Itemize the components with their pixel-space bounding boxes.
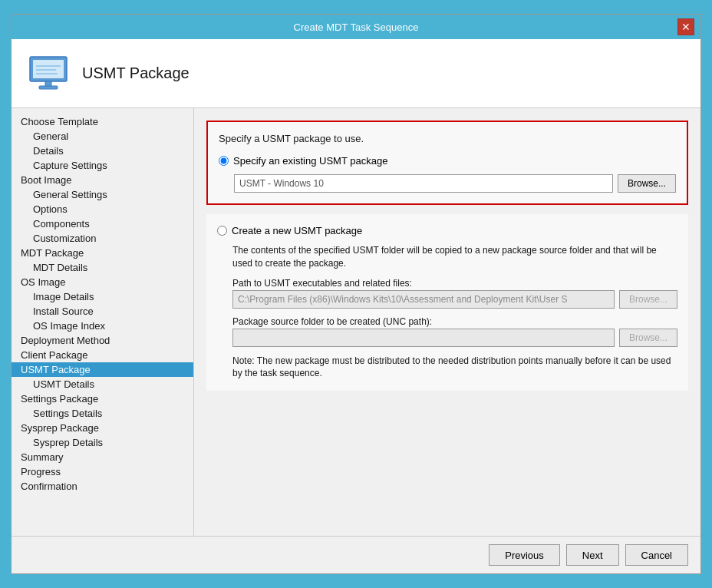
browse-source-button[interactable]: Browse... bbox=[619, 329, 677, 347]
sidebar-item-options[interactable]: Options bbox=[12, 202, 193, 216]
sidebar-item-progress[interactable]: Progress bbox=[12, 464, 193, 479]
sidebar-item-customization[interactable]: Customization bbox=[12, 231, 193, 246]
path-label: Path to USMT executables and related fil… bbox=[232, 278, 677, 289]
sidebar-item-client-package[interactable]: Client Package bbox=[12, 348, 193, 362]
main-window: Create MDT Task Sequence ✕ USMT Package bbox=[11, 14, 701, 574]
svg-rect-3 bbox=[39, 86, 58, 89]
sidebar-item-mdt-package[interactable]: MDT Package bbox=[12, 246, 193, 260]
radio-existing-row: Specify an existing USMT package bbox=[219, 155, 676, 167]
cancel-button[interactable]: Cancel bbox=[625, 544, 688, 566]
new-package-description: The contents of the specified USMT folde… bbox=[232, 244, 677, 270]
close-button[interactable]: ✕ bbox=[677, 18, 694, 35]
radio-existing-label[interactable]: Specify an existing USMT package bbox=[233, 155, 387, 167]
new-package-section: Create a new USMT package The contents o… bbox=[206, 214, 688, 391]
browse-existing-button[interactable]: Browse... bbox=[618, 174, 676, 193]
sidebar-item-general-settings[interactable]: General Settings bbox=[12, 187, 193, 202]
content-area: Choose TemplateGeneralDetailsCapture Set… bbox=[12, 108, 700, 536]
existing-usmt-input[interactable] bbox=[234, 174, 613, 193]
sidebar-item-sysprep-package[interactable]: Sysprep Package bbox=[12, 421, 193, 435]
sidebar-item-deployment-method[interactable]: Deployment Method bbox=[12, 333, 193, 348]
note-text: Note: The new package must be distribute… bbox=[232, 355, 677, 381]
path-field-group: Path to USMT executables and related fil… bbox=[232, 278, 677, 309]
next-button[interactable]: Next bbox=[566, 544, 619, 566]
previous-button[interactable]: Previous bbox=[489, 544, 560, 566]
sidebar-item-components[interactable]: Components bbox=[12, 216, 193, 231]
sidebar-item-details[interactable]: Details bbox=[12, 144, 193, 158]
sidebar-item-general[interactable]: General bbox=[12, 129, 193, 144]
sidebar-item-sysprep-details[interactable]: Sysprep Details bbox=[12, 435, 193, 450]
usmt-icon bbox=[27, 52, 70, 95]
sidebar-item-usmt-package[interactable]: USMT Package bbox=[12, 362, 193, 377]
source-label: Package source folder to be created (UNC… bbox=[232, 316, 677, 327]
title-bar: Create MDT Task Sequence ✕ bbox=[12, 15, 700, 39]
sidebar-item-settings-package[interactable]: Settings Package bbox=[12, 391, 193, 406]
sidebar-item-install-source[interactable]: Install Source bbox=[12, 304, 193, 319]
sidebar-item-confirmation[interactable]: Confirmation bbox=[12, 479, 193, 494]
sidebar-item-mdt-details[interactable]: MDT Details bbox=[12, 260, 193, 275]
sidebar-item-os-image-index[interactable]: OS Image Index bbox=[12, 319, 193, 333]
sidebar-item-summary[interactable]: Summary bbox=[12, 450, 193, 464]
radio-new-row: Create a new USMT package bbox=[217, 225, 677, 236]
radio-existing[interactable] bbox=[219, 156, 229, 166]
sidebar-item-settings-details[interactable]: Settings Details bbox=[12, 406, 193, 421]
sidebar-item-choose-template[interactable]: Choose Template bbox=[12, 114, 193, 129]
panel-title: Specify a USMT package to use. bbox=[219, 133, 676, 144]
window-title: Create MDT Task Sequence bbox=[35, 21, 677, 33]
sidebar-item-capture-settings[interactable]: Capture Settings bbox=[12, 158, 193, 173]
browse-path-button[interactable]: Browse... bbox=[619, 290, 677, 309]
radio-new[interactable] bbox=[217, 226, 227, 236]
sidebar-item-usmt-details[interactable]: USMT Details bbox=[12, 377, 193, 391]
source-input[interactable] bbox=[232, 329, 615, 347]
path-input-row: Browse... bbox=[232, 290, 677, 309]
footer: Previous Next Cancel bbox=[12, 536, 700, 573]
sidebar: Choose TemplateGeneralDetailsCapture Set… bbox=[12, 108, 194, 536]
path-input[interactable] bbox=[232, 290, 615, 309]
source-input-row: Browse... bbox=[232, 329, 677, 347]
source-field-group: Package source folder to be created (UNC… bbox=[232, 316, 677, 347]
page-title: USMT Package bbox=[82, 64, 190, 82]
main-content: Specify a USMT package to use. Specify a… bbox=[194, 108, 700, 536]
svg-rect-1 bbox=[33, 60, 64, 78]
sidebar-item-os-image[interactable]: OS Image bbox=[12, 275, 193, 289]
existing-input-row: Browse... bbox=[234, 174, 676, 193]
radio-new-label[interactable]: Create a new USMT package bbox=[232, 225, 362, 236]
sidebar-item-boot-image[interactable]: Boot Image bbox=[12, 173, 193, 187]
specify-panel: Specify a USMT package to use. Specify a… bbox=[206, 121, 688, 205]
header: USMT Package bbox=[12, 39, 700, 108]
sidebar-item-image-details[interactable]: Image Details bbox=[12, 289, 193, 304]
